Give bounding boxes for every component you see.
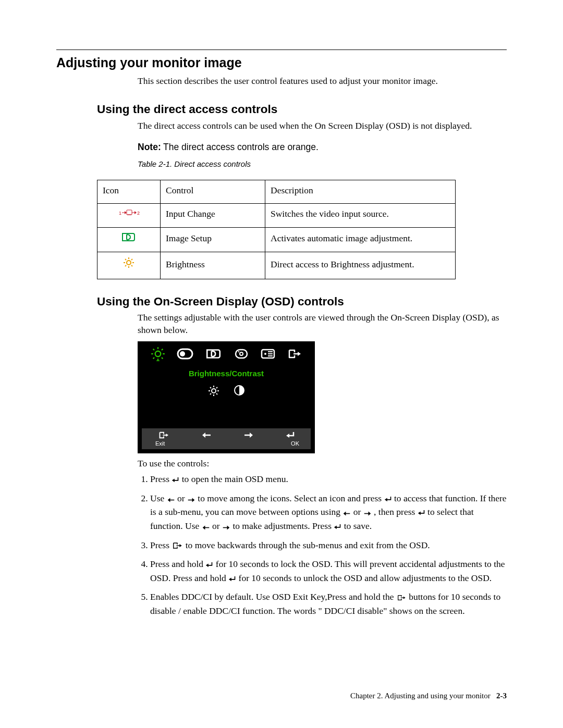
osd-sub-brightness-icon: [207, 385, 220, 397]
enter-icon: [418, 508, 425, 520]
enter-icon: [228, 574, 236, 586]
enter-icon: [205, 560, 213, 572]
svg-point-28: [180, 351, 185, 356]
right-arrow-icon: [222, 522, 230, 534]
svg-marker-71: [334, 525, 337, 529]
svg-marker-6: [134, 211, 137, 214]
svg-marker-58: [167, 498, 170, 502]
osd-brightness-icon: [151, 347, 165, 361]
note-label: Note:: [138, 142, 161, 152]
svg-marker-26: [156, 361, 160, 361]
svg-marker-52: [202, 433, 205, 438]
osd-position-icon: [176, 348, 194, 360]
svg-marker-66: [418, 512, 421, 515]
top-rule: [56, 50, 507, 50]
svg-point-8: [127, 261, 131, 265]
enter-icon: [172, 475, 179, 487]
svg-marker-68: [202, 526, 205, 530]
svg-text:1: 1: [119, 211, 121, 216]
heading-dac: Using the direct access controls: [97, 102, 507, 117]
left-arrow-icon: [342, 508, 351, 520]
osd-btn-right-icon: [243, 431, 254, 439]
osd-btn-exit-icon: [158, 430, 169, 440]
header-icon: Icon: [97, 180, 161, 204]
svg-marker-55: [286, 434, 289, 438]
brightness-icon: [97, 252, 161, 279]
right-arrow-icon: [187, 494, 195, 507]
osd-top-icons: [138, 344, 315, 364]
svg-rect-29: [236, 350, 247, 358]
svg-line-47: [216, 387, 217, 388]
header-control: Control: [161, 180, 265, 204]
svg-line-46: [210, 393, 211, 394]
osd-exit-icon: [287, 348, 302, 360]
svg-line-25: [162, 349, 163, 350]
svg-marker-77: [403, 597, 406, 599]
svg-marker-61: [384, 498, 387, 501]
note-text: The direct access controls are orange.: [163, 142, 319, 152]
osd-bottom-bar: Exit OK: [142, 428, 311, 450]
osd-ok-label: OK: [291, 440, 299, 448]
svg-marker-73: [180, 544, 182, 547]
svg-text:2: 2: [137, 211, 140, 216]
step-1: Press to open the main OSD menu.: [150, 473, 507, 487]
footer-page: 2-3: [496, 692, 507, 700]
steps-list: Press to open the main OSD menu. Use or …: [138, 473, 507, 618]
svg-point-31: [238, 351, 239, 352]
left-arrow-icon: [167, 494, 175, 507]
svg-marker-38: [298, 352, 301, 356]
table-row: 1 2 Input Change Switches the video inpu…: [97, 203, 456, 227]
svg-line-45: [216, 393, 217, 394]
osd-mid-icons: [138, 385, 315, 397]
svg-line-24: [153, 357, 154, 359]
osd-options-icon: [260, 348, 276, 360]
left-arrow-icon: [202, 522, 210, 534]
svg-line-23: [162, 357, 163, 359]
page-footer: Chapter 2. Adjusting and using your moni…: [350, 690, 507, 701]
svg-point-33: [264, 353, 266, 355]
osd-exit-label: Exit: [155, 440, 165, 448]
svg-marker-2: [125, 211, 127, 214]
heading-osd: Using the On-Screen Display (OSD) contro…: [97, 294, 507, 310]
svg-line-16: [131, 259, 132, 260]
osd-btn-left-icon: [201, 431, 212, 439]
header-description: Description: [265, 180, 456, 204]
intro-main: This section describes the user control …: [138, 75, 507, 88]
svg-marker-54: [250, 433, 253, 438]
svg-line-15: [125, 265, 126, 266]
cell-desc: Activates automatic image adjustment.: [265, 227, 456, 252]
step-2: Use or to move among the icons. Select a…: [150, 492, 507, 534]
enter-icon: [384, 494, 392, 507]
svg-marker-75: [229, 577, 231, 581]
osd-figure: Brightness/Contrast: [138, 341, 315, 453]
svg-marker-65: [368, 512, 371, 516]
cell-desc: Direct access to Brightness adjustment.: [265, 252, 456, 279]
svg-marker-56: [172, 479, 175, 483]
osd-sub-contrast-icon: [234, 385, 245, 397]
right-arrow-icon: [363, 508, 372, 520]
input-change-icon: 1 2: [97, 203, 161, 227]
cell-control: Input Change: [161, 203, 265, 227]
svg-marker-60: [192, 498, 194, 502]
intro-osd: The settings adjustable with the user co…: [138, 312, 507, 336]
svg-line-22: [153, 349, 154, 350]
osd-color-icon: [234, 348, 249, 360]
svg-line-13: [125, 259, 126, 260]
image-setup-icon: [97, 227, 161, 252]
table-row: Brightness Direct access to Brightness a…: [97, 252, 456, 279]
cell-desc: Switches the video input source.: [265, 203, 456, 227]
page: Adjusting your monitor image This sectio…: [0, 0, 563, 728]
heading-main: Adjusting your monitor image: [56, 54, 507, 72]
step-5: Enables DDC/CI by default. Use OSD Exit …: [150, 591, 507, 617]
cell-control: Image Setup: [161, 227, 265, 252]
svg-line-44: [210, 387, 211, 388]
footer-chapter: Chapter 2. Adjusting and using your moni…: [350, 692, 491, 700]
intro-dac: The direct access controls can be used w…: [138, 120, 507, 132]
osd-imagesetup-icon: [205, 348, 222, 360]
table-caption: Table 2-1. Direct access controls: [138, 159, 507, 169]
exit-icon: [396, 593, 407, 605]
svg-rect-3: [127, 210, 132, 215]
svg-line-14: [131, 265, 132, 266]
note: Note: The direct access controls are ora…: [138, 141, 507, 154]
table-header-row: Icon Control Description: [97, 180, 456, 204]
